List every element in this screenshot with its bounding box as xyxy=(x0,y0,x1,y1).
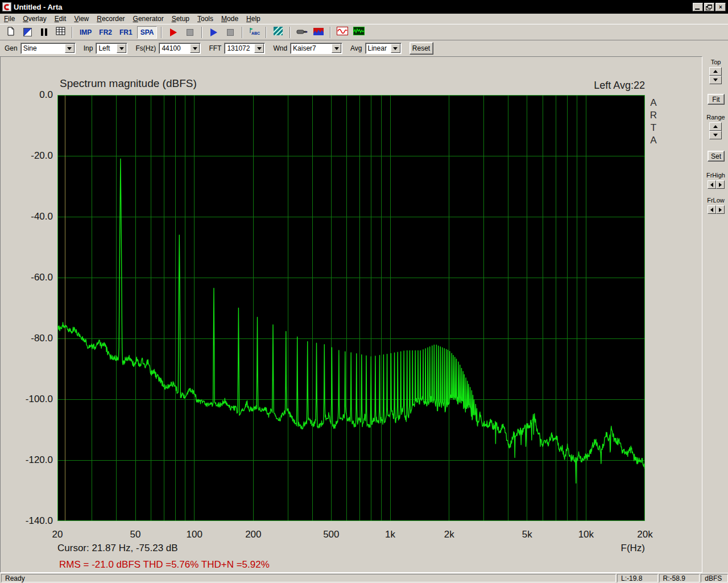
scope-sine-button[interactable] xyxy=(335,26,350,39)
menu-recorder[interactable]: Recorder xyxy=(93,14,129,23)
right-level-indicator: R:-58.9 xyxy=(659,574,700,582)
fs-select[interactable]: 44100 xyxy=(159,43,201,54)
close-button[interactable]: × xyxy=(715,3,726,11)
top-down-button[interactable] xyxy=(709,76,722,84)
pause-button[interactable] xyxy=(36,26,51,39)
chevron-down-icon[interactable] xyxy=(65,44,75,53)
y-tick-label: 0.0 xyxy=(1,89,53,101)
frhigh-left-button[interactable] xyxy=(708,180,716,189)
menu-overlay[interactable]: Overlay xyxy=(19,14,50,23)
x-tick-label: 5k xyxy=(510,529,544,540)
frlow-right-button[interactable] xyxy=(716,205,725,214)
cursor-readout: Cursor: 21.87 Hz, -75.23 dB xyxy=(57,543,178,554)
fit-button[interactable]: Fit xyxy=(708,94,725,105)
scope-noise-icon xyxy=(353,27,365,38)
overlay-stripes-button[interactable] xyxy=(271,26,286,39)
svg-text:ABC: ABC xyxy=(251,31,260,35)
menu-help[interactable]: Help xyxy=(242,14,264,23)
mode-button-fr1[interactable]: FR1 xyxy=(117,26,135,39)
menu-mode[interactable]: Mode xyxy=(217,14,242,23)
fft-value: 131072 xyxy=(225,44,254,52)
toolbar-separator xyxy=(161,27,162,38)
fs-value: 44100 xyxy=(159,44,189,52)
chevron-down-icon[interactable] xyxy=(391,44,400,53)
toolbar: IMPFR2FR1SPAABC xyxy=(0,24,728,40)
chevron-down-icon[interactable] xyxy=(117,44,126,53)
minimize-button[interactable] xyxy=(693,3,703,11)
wnd-label: Wnd xyxy=(273,44,287,52)
chevron-down-icon[interactable] xyxy=(332,44,341,53)
restore-button[interactable] xyxy=(704,3,714,11)
x-tick-label: 50 xyxy=(118,529,152,540)
mode-button-imp[interactable]: IMP xyxy=(77,26,94,39)
top-up-button[interactable] xyxy=(709,67,722,76)
y-tick-label: -60.0 xyxy=(1,272,53,283)
new-file-button[interactable] xyxy=(3,26,18,39)
scope-sine-icon xyxy=(337,27,348,38)
y-tick-label: -20.0 xyxy=(1,150,53,162)
split-view-button[interactable] xyxy=(20,26,35,39)
inp-select[interactable]: Left xyxy=(96,43,127,54)
avg-label: Avg xyxy=(350,44,362,52)
marker-abc-icon: ABC xyxy=(249,27,260,38)
play-red-icon xyxy=(170,28,177,36)
toolbar-separator xyxy=(72,27,73,38)
fft-select[interactable]: 131072 xyxy=(224,43,265,54)
top-label: Top xyxy=(704,59,728,65)
window-title: Untitled - Arta xyxy=(14,3,62,11)
menu-view[interactable]: View xyxy=(70,14,93,23)
play-red-button[interactable] xyxy=(166,26,181,39)
frhigh-right-button[interactable] xyxy=(716,180,725,189)
range-up-button[interactable] xyxy=(709,122,722,131)
range-spinner xyxy=(709,122,722,139)
scope-noise-button[interactable] xyxy=(351,26,366,39)
menu-bar: FileOverlayEditViewRecorderGeneratorSetu… xyxy=(0,14,728,24)
stop-gray-button[interactable] xyxy=(183,26,197,39)
top-spinner xyxy=(709,67,722,84)
frlow-left-button[interactable] xyxy=(708,205,716,214)
waveform-redblue-button[interactable] xyxy=(311,26,326,39)
avg-select[interactable]: Linear xyxy=(365,43,402,54)
stop-gray-button[interactable] xyxy=(223,26,238,39)
menu-setup[interactable]: Setup xyxy=(168,14,193,23)
status-message: Ready xyxy=(1,574,616,582)
range-label: Range xyxy=(704,114,728,121)
chevron-down-icon[interactable] xyxy=(254,44,264,53)
marker-abc-button[interactable]: ABC xyxy=(247,26,262,39)
chevron-down-icon[interactable] xyxy=(190,44,200,53)
x-tick-label: 10k xyxy=(569,529,603,540)
plot-control-panel: Top Fit Range Set FrHigh FrLow xyxy=(704,56,728,573)
inp-label: Inp xyxy=(84,44,93,52)
left-level-indicator: L:-19.8 xyxy=(617,574,658,582)
chart-title: Spectrum magnitude (dBFS) xyxy=(60,77,197,90)
x-tick-label: 200 xyxy=(236,529,270,540)
set-button[interactable]: Set xyxy=(708,151,725,162)
toolbar-separator xyxy=(201,27,202,38)
pause-icon xyxy=(41,28,47,36)
mode-button-spa[interactable]: SPA xyxy=(137,26,158,39)
wnd-select[interactable]: Kaiser7 xyxy=(290,43,342,54)
gen-select[interactable]: Sine xyxy=(20,43,76,54)
x-tick-label: 1k xyxy=(373,529,407,540)
play-blue-button[interactable] xyxy=(206,26,221,39)
spectrum-plot[interactable] xyxy=(57,95,645,521)
stop-gray-icon xyxy=(187,29,193,36)
menu-edit[interactable]: Edit xyxy=(51,14,71,23)
calibrate-plug-icon xyxy=(296,27,308,38)
x-tick-label: 20 xyxy=(40,529,75,540)
rms-thd-readout: RMS = -21.0 dBFS THD =5.76% THD+N =5.92% xyxy=(59,559,270,570)
y-tick-label: -40.0 xyxy=(1,211,53,222)
gen-label: Gen xyxy=(5,44,18,52)
status-bar: Ready L:-19.8 R:-58.9 dBFS xyxy=(0,573,728,583)
data-table-button[interactable] xyxy=(53,26,68,39)
x-tick-label: 500 xyxy=(314,529,348,540)
range-down-button[interactable] xyxy=(709,131,722,139)
menu-tools[interactable]: Tools xyxy=(193,14,217,23)
wnd-value: Kaiser7 xyxy=(291,44,331,52)
menu-file[interactable]: File xyxy=(0,14,19,23)
mode-button-fr2[interactable]: FR2 xyxy=(96,26,115,39)
reset-button[interactable]: Reset xyxy=(410,42,433,55)
menu-generator[interactable]: Generator xyxy=(129,14,168,23)
plot-border xyxy=(58,96,645,521)
calibrate-plug-button[interactable] xyxy=(295,26,309,39)
